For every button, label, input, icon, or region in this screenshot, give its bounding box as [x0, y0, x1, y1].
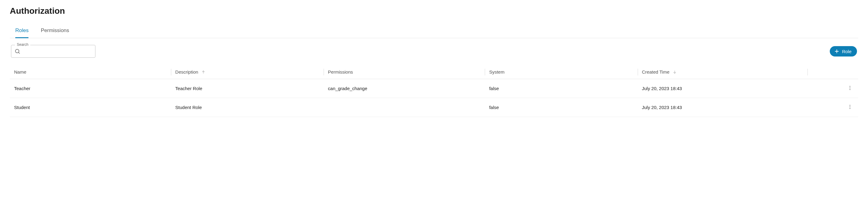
sort-asc-icon [201, 70, 206, 74]
cell-description: Student Role [171, 98, 323, 117]
table-row[interactable]: Teacher Teacher Role can_grade_change fa… [10, 79, 858, 98]
page-title: Authorization [10, 6, 858, 16]
col-header-description-label: Description [175, 69, 198, 74]
plus-icon [834, 48, 840, 54]
svg-line-1 [19, 52, 20, 54]
tab-roles[interactable]: Roles [15, 25, 28, 38]
search-field-container: Search [11, 45, 95, 58]
cell-name: Student [10, 98, 171, 117]
col-header-permissions[interactable]: Permissions [323, 65, 485, 79]
cell-name: Teacher [10, 79, 171, 98]
more-vertical-icon [847, 85, 853, 92]
roles-table: Name Description [10, 65, 858, 117]
add-role-button[interactable]: Role [830, 46, 857, 57]
col-header-system-label: System [489, 69, 504, 74]
cell-description: Teacher Role [171, 79, 323, 98]
add-role-label: Role [842, 49, 851, 54]
svg-point-6 [850, 86, 850, 87]
col-header-actions [807, 65, 858, 79]
svg-point-0 [15, 49, 19, 53]
more-vertical-icon [847, 104, 853, 111]
search-icon [14, 48, 21, 55]
svg-point-10 [850, 107, 850, 108]
svg-point-7 [850, 88, 850, 88]
col-header-description[interactable]: Description [171, 65, 323, 79]
cell-system: false [485, 79, 638, 98]
svg-point-9 [850, 105, 850, 106]
col-header-name[interactable]: Name [10, 65, 171, 79]
col-header-name-label: Name [14, 69, 26, 74]
col-header-created-label: Created Time [642, 69, 670, 74]
row-actions-button[interactable] [846, 84, 854, 93]
cell-created: July 20, 2023 18:43 [638, 98, 807, 117]
col-header-created[interactable]: Created Time [638, 65, 807, 79]
table-row[interactable]: Student Student Role false July 20, 2023… [10, 98, 858, 117]
sort-desc-icon [673, 70, 677, 74]
toolbar: Search Role [10, 38, 858, 61]
cell-created: July 20, 2023 18:43 [638, 79, 807, 98]
cell-system: false [485, 98, 638, 117]
row-actions-button[interactable] [846, 103, 854, 112]
svg-point-11 [850, 108, 850, 109]
col-header-system[interactable]: System [485, 65, 638, 79]
search-label: Search [15, 42, 30, 47]
svg-point-8 [850, 89, 850, 90]
cell-permissions [323, 98, 485, 117]
search-input[interactable] [24, 48, 91, 55]
cell-permissions: can_grade_change [323, 79, 485, 98]
tab-permissions[interactable]: Permissions [41, 25, 69, 38]
col-header-permissions-label: Permissions [328, 69, 353, 74]
tabs: Roles Permissions [10, 25, 858, 38]
